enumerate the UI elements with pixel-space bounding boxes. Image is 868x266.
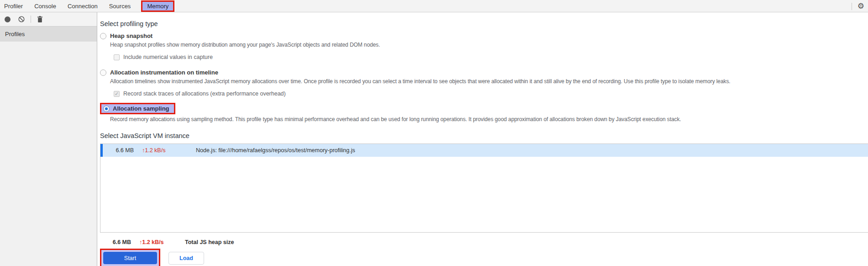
load-button[interactable]: Load — [168, 252, 204, 265]
sidebar-item-profiles[interactable]: Profiles — [0, 27, 97, 42]
toolbar-divider — [852, 3, 852, 10]
checkbox-label: Include numerical values in capture — [123, 54, 213, 60]
radio-label: Allocation sampling — [113, 105, 169, 112]
start-button-annotation: Start — [100, 249, 160, 266]
tab-sources[interactable]: Sources — [109, 0, 131, 12]
vm-instance-name: Node.js: file:///home/rafaelgss/repos/os… — [196, 147, 355, 154]
total-heap-rate: ↑1.2 kB/s — [139, 239, 171, 245]
settings-gear-icon[interactable]: ⚙ — [857, 2, 864, 10]
radio-icon[interactable] — [103, 106, 110, 112]
radio-option-heap-snapshot[interactable]: Heap snapshot — [100, 32, 868, 39]
record-icon[interactable] — [5, 16, 11, 22]
option-description: Heap snapshot profiles show memory distr… — [110, 42, 868, 48]
delete-icon[interactable] — [37, 16, 43, 23]
tab-connection[interactable]: Connection — [68, 0, 98, 12]
vm-instance-row[interactable]: 6.6 MB ↑1.2 kB/s Node.js: file:///home/r… — [100, 144, 868, 157]
tab-memory[interactable]: Memory — [141, 0, 174, 12]
checkbox-icon[interactable]: ✓ — [114, 91, 120, 97]
vm-heap-size: 6.6 MB — [112, 147, 134, 154]
radio-icon[interactable] — [100, 69, 106, 76]
memory-panel: Select profiling type Heap snapshot Heap… — [97, 12, 868, 266]
radio-option-allocation-sampling[interactable]: Allocation sampling — [100, 103, 175, 114]
toolbar-divider — [31, 16, 31, 23]
tab-console[interactable]: Console — [34, 0, 56, 12]
start-button[interactable]: Start — [103, 252, 157, 264]
profiling-type-heading: Select profiling type — [100, 20, 868, 27]
radio-option-allocation-timeline[interactable]: Allocation instrumentation on timeline — [100, 69, 868, 76]
clear-icon[interactable] — [18, 16, 25, 22]
radio-icon[interactable] — [100, 33, 106, 39]
checkbox-option-include-numerical[interactable]: Include numerical values in capture — [114, 54, 868, 60]
vm-instance-heading: Select JavaScript VM instance — [100, 132, 868, 139]
option-description: Record memory allocations using sampling… — [110, 116, 868, 122]
profiles-label: Profiles — [5, 31, 25, 37]
profiles-sidebar: Profiles — [0, 12, 97, 266]
heap-total-summary: 6.6 MB ↑1.2 kB/s Total JS heap size — [100, 239, 868, 245]
vm-instance-list: 6.6 MB ↑1.2 kB/s Node.js: file:///home/r… — [100, 144, 868, 233]
profiles-toolbar — [0, 12, 97, 27]
checkbox-option-record-stack-traces[interactable]: ✓ Record stack traces of allocations (ex… — [114, 90, 868, 97]
vm-heap-rate: ↑1.2 kB/s — [142, 147, 174, 154]
total-heap-size: 6.6 MB — [109, 239, 131, 245]
checkbox-icon[interactable] — [114, 54, 120, 60]
devtools-tab-bar: Profiler Console Connection Sources Memo… — [0, 0, 868, 12]
total-heap-label: Total JS heap size — [185, 239, 234, 245]
checkbox-label: Record stack traces of allocations (extr… — [123, 90, 286, 97]
radio-label: Allocation instrumentation on timeline — [110, 69, 218, 76]
radio-label: Heap snapshot — [110, 32, 153, 39]
tab-profiler[interactable]: Profiler — [4, 0, 23, 12]
option-description: Allocation timelines show instrumented J… — [110, 78, 868, 85]
